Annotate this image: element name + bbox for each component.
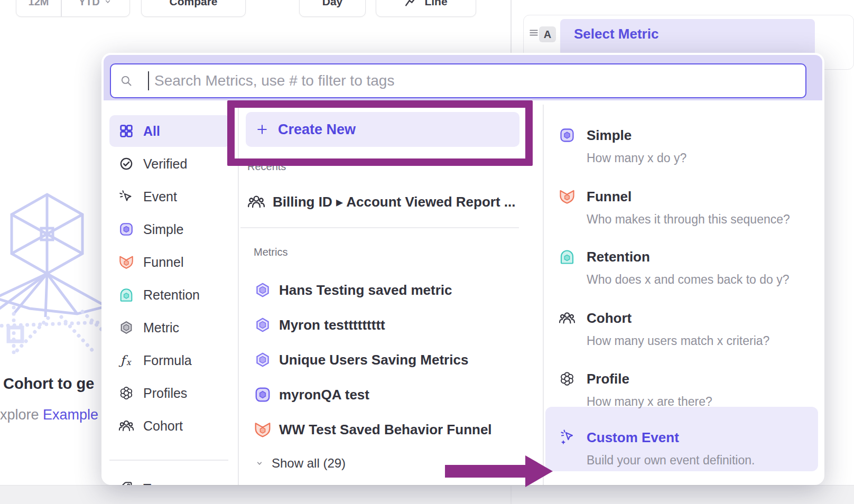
metric-type-title: Cohort	[587, 310, 769, 326]
profiles-cluster-icon	[559, 370, 575, 387]
tag-icon	[118, 481, 134, 485]
show-all-toggle[interactable]: Show all (29)	[255, 453, 346, 474]
saved-metric-icon	[254, 281, 272, 299]
sidebar-item-label: Metric	[143, 320, 179, 335]
verified-badge-icon	[118, 156, 134, 172]
sidebar-item-cohort[interactable]: Cohort	[109, 410, 231, 442]
range-ytd-button[interactable]: YTD	[62, 0, 130, 16]
recent-item[interactable]: Billing ID ▸ Account Viewed Report ...	[247, 185, 515, 219]
funnel-icon	[118, 254, 134, 270]
line-chart-icon	[404, 0, 418, 8]
sidebar-item-label: Profiles	[143, 386, 187, 401]
saved-metric-item[interactable]: Myron testtttttttt	[254, 314, 385, 335]
annotation-arrow	[445, 465, 526, 478]
metric-type-description: Who does x and comes back to do y?	[587, 272, 790, 287]
annotation-highlight-box	[227, 100, 533, 166]
sidebar-item-event[interactable]: Event	[109, 181, 231, 212]
sidebar-item-label: Funnel	[143, 255, 183, 270]
metric-type-description: How many x are there?	[587, 394, 712, 409]
retention-icon	[559, 248, 575, 265]
metric-hexagon-icon	[118, 320, 134, 335]
saved-metric-label: Myron testtttttttt	[279, 317, 385, 333]
example-reports-link[interactable]: Example	[43, 407, 98, 423]
show-all-label: Show all (29)	[272, 456, 346, 471]
saved-metric-item[interactable]: Unique Users Saving Metrics	[254, 349, 468, 370]
metric-type-title: Funnel	[587, 188, 790, 205]
cohort-people-icon	[247, 193, 265, 211]
metric-type-description: Build your own event definition.	[587, 452, 755, 468]
sidebar-item-label: All	[143, 124, 160, 139]
simple-metric-icon	[254, 386, 272, 404]
empty-state-heading-fragment: Cohort to ge	[3, 375, 94, 393]
saved-metric-icon	[254, 351, 272, 369]
types-column-divider	[543, 105, 544, 485]
metric-type-title: Simple	[587, 127, 686, 144]
sidebar-item-tags[interactable]: Tags	[109, 473, 231, 485]
saved-metric-item[interactable]: WW Test Saved Behavior Funnel	[254, 419, 492, 440]
search-input[interactable]	[110, 63, 806, 98]
profiles-cluster-icon	[118, 385, 134, 401]
simple-metric-icon	[559, 127, 575, 144]
sidebar-item-label: Retention	[143, 287, 200, 303]
range-12m-label: 12M	[29, 0, 49, 8]
metric-type-description: Who makes it through this sequence?	[587, 211, 790, 227]
sidebar-item-verified[interactable]: Verified	[109, 148, 231, 180]
compare-label: Compare	[169, 0, 217, 8]
sidebar-item-label: Event	[143, 189, 177, 204]
saved-metric-label: Hans Testing saved metric	[279, 282, 452, 298]
saved-metric-item[interactable]: myronQA test	[254, 384, 369, 405]
range-ytd-label: YTD	[79, 0, 100, 8]
chart-type-label: Line	[424, 0, 447, 8]
chevron-down-icon	[255, 459, 264, 468]
funnel-icon	[559, 188, 575, 205]
funnel-icon	[254, 421, 272, 438]
chart-type-line-button[interactable]: Line	[376, 0, 476, 17]
metrics-heading: Metrics	[254, 246, 287, 258]
retention-icon	[118, 287, 134, 303]
cohort-people-icon	[118, 418, 134, 434]
text-cursor	[148, 71, 149, 90]
page-bottom-strip	[0, 485, 854, 504]
metric-type-title: Profile	[587, 370, 712, 387]
sidebar-item-retention[interactable]: Retention	[109, 279, 231, 311]
series-a-badge: A	[539, 26, 556, 42]
date-range-segmented-control: 12M YTD	[16, 0, 130, 17]
chevron-down-icon	[103, 0, 113, 6]
recents-divider	[240, 227, 519, 228]
granularity-label: Day	[322, 0, 343, 8]
formula-fx-icon	[118, 352, 134, 368]
range-12m-button[interactable]: 12M	[16, 0, 61, 16]
metric-type-simple[interactable]: Simple How many x do y?	[559, 127, 812, 166]
sidebar-item-funnel[interactable]: Funnel	[109, 246, 231, 278]
metric-type-cohort[interactable]: Cohort How many users match x criteria?	[559, 310, 812, 349]
sidebar-item-simple[interactable]: Simple	[109, 213, 231, 245]
saved-metric-label: myronQA test	[279, 387, 369, 403]
sidebar-item-profiles[interactable]: Profiles	[109, 377, 231, 409]
screen: Cohort to ge xplore Example 12M YTD Comp…	[0, 0, 854, 504]
sidebar-item-metric[interactable]: Metric	[109, 312, 231, 343]
metric-type-retention[interactable]: Retention Who does x and comes back to d…	[559, 248, 812, 287]
saved-metric-icon	[254, 316, 272, 334]
wireframe-cube-illustration	[0, 175, 104, 355]
granularity-day-button[interactable]: Day	[299, 0, 366, 17]
sidebar-item-label: Simple	[143, 222, 183, 237]
metric-type-custom-event[interactable]: Custom Event Build your own event defini…	[559, 429, 812, 468]
metric-type-profile[interactable]: Profile How many x are there?	[559, 370, 812, 409]
saved-metric-item[interactable]: Hans Testing saved metric	[254, 279, 452, 301]
sidebar-item-label: Formula	[143, 353, 192, 368]
sidebar-item-formula[interactable]: Formula	[109, 344, 231, 376]
simple-metric-icon	[118, 221, 134, 237]
empty-state-explore-line: xplore Example	[0, 407, 98, 423]
sidebar-item-label: Tags	[143, 481, 171, 486]
metric-type-description: How many users match x criteria?	[587, 333, 769, 349]
drag-handle-icon[interactable]	[527, 26, 540, 39]
metric-type-title: Retention	[587, 248, 790, 265]
select-metric-label: Select Metric	[574, 26, 658, 42]
event-cursor-icon	[118, 189, 134, 204]
sidebar-item-all[interactable]: All	[109, 115, 231, 147]
annotation-arrow-head	[525, 455, 553, 487]
custom-event-icon	[559, 429, 575, 446]
sidebar-item-label: Verified	[143, 156, 187, 172]
compare-button[interactable]: Compare	[141, 0, 246, 17]
metric-type-funnel[interactable]: Funnel Who makes it through this sequenc…	[559, 188, 812, 227]
